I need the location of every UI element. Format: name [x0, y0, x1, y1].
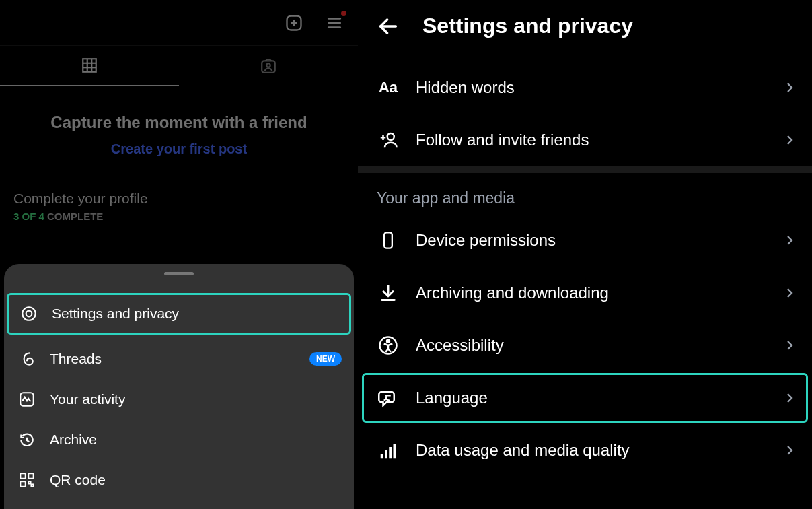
chevron-right-icon [784, 234, 796, 246]
row-label: Follow and invite friends [416, 131, 589, 149]
settings-header: Settings and privacy [358, 0, 812, 61]
menu-archive[interactable]: Archive [4, 419, 354, 460]
svg-rect-25 [384, 232, 392, 248]
row-label: Hidden words [416, 78, 515, 97]
menu-label: Settings and privacy [52, 306, 179, 322]
row-accessibility[interactable]: Accessibility [358, 319, 812, 372]
chevron-right-icon [784, 134, 796, 146]
row-language[interactable]: Language [358, 372, 812, 424]
menu-label: Archive [50, 432, 97, 448]
progress-count: 3 OF 4 [13, 211, 44, 222]
gear-icon [20, 304, 38, 323]
accessibility-icon [377, 334, 400, 357]
svg-point-12 [266, 63, 270, 67]
svg-rect-33 [394, 444, 396, 458]
row-label: Language [416, 388, 488, 407]
create-post-icon[interactable] [284, 13, 304, 33]
svg-point-14 [26, 311, 32, 317]
profile-header [0, 0, 358, 46]
chevron-right-icon [784, 339, 796, 351]
menu-your-activity[interactable]: Your activity [4, 379, 354, 419]
svg-point-13 [22, 307, 36, 320]
svg-rect-31 [385, 450, 387, 458]
row-label: Device permissions [416, 231, 556, 250]
settings-pane: Settings and privacy Aa Hidden words Fol… [358, 0, 812, 509]
back-arrow-icon[interactable] [377, 15, 400, 38]
threads-icon [17, 349, 36, 368]
row-label: Data usage and media quality [416, 441, 630, 460]
empty-state-title: Capture the moment with a friend [13, 113, 344, 132]
hamburger-menu-icon[interactable] [324, 13, 344, 33]
chevron-right-icon [784, 287, 796, 299]
row-archiving-downloading[interactable]: Archiving and downloading [358, 267, 812, 319]
create-first-post-link[interactable]: Create your first post [111, 141, 247, 156]
row-label: Archiving and downloading [416, 283, 609, 302]
sheet-handle[interactable] [164, 272, 194, 275]
section-label: Your app and media [358, 173, 812, 214]
row-label: Accessibility [416, 336, 504, 355]
row-data-usage[interactable]: Data usage and media quality [358, 424, 812, 477]
svg-rect-20 [32, 485, 34, 487]
svg-rect-18 [20, 481, 26, 487]
section-divider [358, 166, 812, 173]
svg-point-22 [387, 133, 394, 140]
svg-rect-15 [20, 393, 34, 406]
tab-tagged[interactable] [179, 46, 358, 86]
language-icon [377, 386, 400, 409]
download-icon [377, 281, 400, 304]
page-title: Settings and privacy [422, 13, 633, 38]
profile-pane: Capture the moment with a friend Create … [0, 0, 358, 509]
progress-rest: COMPLETE [44, 211, 104, 222]
menu-threads[interactable]: Threads NEW [4, 339, 354, 379]
add-person-icon [377, 129, 400, 151]
chevron-right-icon [784, 444, 796, 456]
activity-icon [17, 390, 36, 409]
menu-label: Your activity [50, 391, 125, 407]
menu-qr-code[interactable]: QR code [4, 460, 354, 500]
empty-state: Capture the moment with a friend Create … [0, 86, 358, 177]
complete-profile-title: Complete your profile [13, 191, 344, 207]
menu-label: QR code [50, 472, 106, 488]
tab-grid[interactable] [0, 46, 179, 86]
row-device-permissions[interactable]: Device permissions [358, 214, 812, 267]
archive-icon [17, 430, 36, 449]
aa-icon: Aa [377, 76, 400, 99]
complete-profile: Complete your profile 3 OF 4 COMPLETE [0, 177, 358, 222]
bars-icon [377, 439, 400, 462]
svg-rect-30 [381, 454, 383, 458]
chevron-right-icon [784, 81, 796, 94]
row-follow-invite[interactable]: Follow and invite friends [358, 114, 812, 166]
svg-rect-19 [28, 481, 30, 483]
svg-point-29 [387, 340, 390, 343]
menu-settings-privacy[interactable]: Settings and privacy [7, 293, 351, 335]
chevron-right-icon [784, 392, 796, 404]
svg-rect-6 [83, 59, 96, 72]
svg-rect-17 [28, 473, 34, 479]
svg-rect-16 [20, 473, 26, 479]
menu-label: Threads [50, 351, 102, 367]
device-icon [377, 229, 400, 252]
profile-tabs [0, 46, 358, 86]
svg-rect-32 [389, 447, 392, 458]
qr-code-icon [17, 471, 36, 489]
options-sheet: Settings and privacy Threads NEW Your ac… [4, 264, 354, 509]
row-hidden-words[interactable]: Aa Hidden words [358, 61, 812, 114]
new-badge: NEW [309, 352, 342, 366]
complete-profile-progress: 3 OF 4 COMPLETE [13, 211, 344, 222]
